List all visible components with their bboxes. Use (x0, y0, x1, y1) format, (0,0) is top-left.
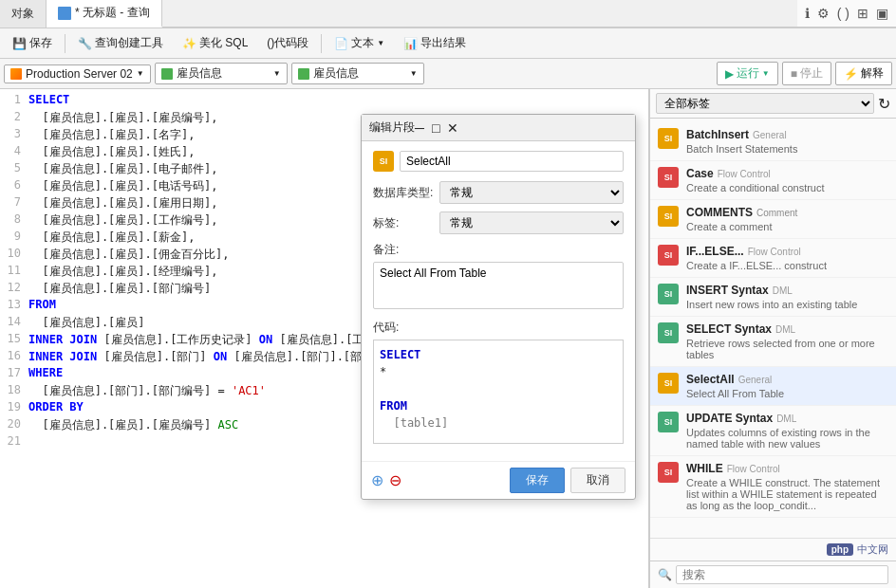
code-icon[interactable]: ( ) (837, 6, 849, 21)
dialog-code-section: 代码: SELECT * FROM [table1] INNER JOIN [t… (373, 320, 624, 444)
snippet-text-select: SELECT SyntaxDML Retrieve rows selected … (686, 322, 888, 360)
snippet-item-selectall[interactable]: SI SelectAllGeneral Select All From Tabl… (650, 367, 896, 406)
dialog-title-bar: 编辑片段 ─ □ ✕ (362, 115, 635, 141)
snippet-item-comments[interactable]: SI COMMENTSComment Create a comment (650, 200, 896, 239)
code-snippet-button[interactable]: ()代码段 (258, 31, 317, 55)
snippet-text-insert: INSERT SyntaxDML Insert new rows into an… (686, 284, 888, 310)
server-icon (10, 68, 22, 80)
db-dropdown-icon: ▼ (273, 69, 281, 78)
save-label: 保存 (29, 35, 52, 51)
toolbar-sep-2 (321, 34, 322, 53)
dialog-add-icon[interactable]: ⊕ (371, 471, 383, 489)
snippet-text-batchinsert: BatchInsertGeneral Batch Insert Statemen… (686, 128, 888, 155)
text-label: 文本 (351, 35, 374, 51)
dialog-footer: ⊕ ⊖ 保存 取消 (362, 461, 635, 499)
dialog-tag-row: 标签: 常规 (373, 211, 624, 234)
snippet-icon-selectall: SI (658, 373, 679, 394)
dialog-note-textarea[interactable]: Select All From Table (373, 262, 624, 309)
php-site-label: 中文网 (857, 542, 888, 557)
snippet-icon-select: SI (658, 322, 679, 343)
dialog-close-button[interactable]: ✕ (447, 120, 458, 136)
settings-icon[interactable]: ⚙ (817, 6, 830, 21)
snippet-item-batchinsert[interactable]: SI BatchInsertGeneral Batch Insert State… (650, 122, 896, 161)
grid-icon[interactable]: ⊞ (857, 6, 868, 21)
text-button[interactable]: 📄 文本 ▼ (326, 31, 393, 55)
tab-query-icon (58, 7, 71, 20)
snippet-item-while[interactable]: SI WHILEFlow Control Create a WHILE cons… (650, 456, 896, 518)
monitor-icon[interactable]: ▣ (876, 6, 888, 21)
tag-filter-select[interactable]: 全部标签 (656, 93, 874, 114)
snippet-list: SI BatchInsertGeneral Batch Insert State… (650, 119, 896, 538)
tab-objects[interactable]: 对象 (0, 0, 47, 28)
dialog-code-label: 代码: (373, 320, 624, 336)
snippet-icon-batchinsert: SI (658, 128, 679, 149)
save-button[interactable]: 💾 保存 (4, 31, 61, 55)
tab-query-label: * 无标题 - 查询 (75, 5, 150, 21)
dialog-controls: ─ □ ✕ (415, 120, 458, 136)
dialog-minimize-button[interactable]: ─ (415, 120, 424, 136)
run-button[interactable]: ▶ 运行 ▼ (717, 62, 778, 85)
right-search-bar: 🔍 (650, 560, 896, 588)
db-icon (161, 68, 173, 80)
text-dropdown-icon: ▼ (377, 39, 384, 47)
stop-label: 停止 (800, 65, 823, 82)
query-builder-button[interactable]: 🔧 查询创建工具 (69, 31, 172, 55)
db-label: 雇员信息 (177, 65, 222, 82)
snippet-item-ifelse[interactable]: SI IF...ELSE...Flow Control Create a IF.… (650, 239, 896, 278)
refresh-icon[interactable]: ↻ (878, 95, 890, 113)
snippet-text-case: CaseFlow Control Create a conditional co… (686, 167, 888, 193)
dialog-maximize-button[interactable]: □ (432, 120, 439, 136)
tab-objects-label: 对象 (11, 6, 34, 22)
info-icon[interactable]: ℹ (805, 6, 810, 21)
tab-query[interactable]: * 无标题 - 查询 (47, 0, 162, 28)
snippet-name-input[interactable] (400, 151, 624, 172)
server-dropdown-icon: ▼ (137, 69, 144, 78)
text-icon: 📄 (334, 37, 348, 50)
snippet-icon-insert: SI (658, 284, 679, 304)
server-label: Production Server 02 (26, 67, 133, 81)
search-input[interactable] (676, 565, 888, 584)
snippet-text-selectall: SelectAllGeneral Select All From Table (686, 373, 888, 399)
right-panel: 全部标签 ↻ SI BatchInsertGeneral Batch Inser… (649, 89, 896, 588)
dialog-remove-icon[interactable]: ⊖ (389, 471, 401, 489)
explain-label: 解释 (861, 65, 884, 82)
snippet-item-update[interactable]: SI UPDATE SyntaxDML Updates columns of e… (650, 406, 896, 456)
run-icon: ▶ (725, 67, 734, 81)
snippet-icon-update: SI (658, 412, 679, 432)
dialog-cancel-button[interactable]: 取消 (570, 468, 625, 493)
dialog-save-button[interactable]: 保存 (510, 468, 565, 493)
stop-button[interactable]: ■ 停止 (782, 62, 831, 85)
export-button[interactable]: 📊 导出结果 (395, 31, 475, 55)
dialog-dbtype-label: 数据库类型: (373, 185, 439, 201)
code-snippet-label: ()代码段 (267, 35, 308, 51)
php-logo: php (827, 543, 853, 556)
table-icon (298, 68, 309, 80)
run-label: 运行 (737, 65, 759, 82)
table-label: 雇员信息 (313, 65, 359, 82)
beautify-button[interactable]: ✨ 美化 SQL (174, 31, 256, 55)
db-select[interactable]: 雇员信息 ▼ (155, 63, 288, 84)
snippet-text-update: UPDATE SyntaxDML Updates columns of exis… (686, 412, 888, 450)
edit-snippet-dialog: 编辑片段 ─ □ ✕ SI 数据库类型: 常规 标签: (361, 114, 636, 500)
server-select[interactable]: Production Server 02 ▼ (4, 64, 151, 83)
export-icon: 📊 (403, 37, 418, 50)
run-dropdown-icon: ▼ (762, 69, 770, 78)
beautify-icon: ✨ (182, 37, 196, 50)
dialog-note-label: 备注: (373, 242, 624, 258)
stop-icon: ■ (791, 67, 797, 81)
dialog-dbtype-select[interactable]: 常规 (439, 181, 624, 204)
dialog-title: 编辑片段 (369, 119, 415, 136)
right-panel-header: 全部标签 ↻ (650, 89, 896, 119)
beautify-label: 美化 SQL (199, 35, 248, 51)
dialog-name-row: SI (373, 151, 624, 172)
snippet-item-select[interactable]: SI SELECT SyntaxDML Retrieve rows select… (650, 317, 896, 367)
dialog-tag-select[interactable]: 常规 (439, 211, 624, 234)
dialog-code-box[interactable]: SELECT * FROM [table1] INNER JOIN [table… (373, 340, 624, 444)
snippet-icon-while: SI (658, 462, 679, 483)
dialog-tag-label: 标签: (373, 215, 439, 231)
snippet-item-insert[interactable]: SI INSERT SyntaxDML Insert new rows into… (650, 278, 896, 317)
snippet-item-case[interactable]: SI CaseFlow Control Create a conditional… (650, 161, 896, 200)
table-select[interactable]: 雇员信息 ▼ (291, 63, 424, 84)
code-line-1: 1SELECT (0, 93, 648, 110)
explain-button[interactable]: ⚡ 解释 (835, 62, 892, 85)
